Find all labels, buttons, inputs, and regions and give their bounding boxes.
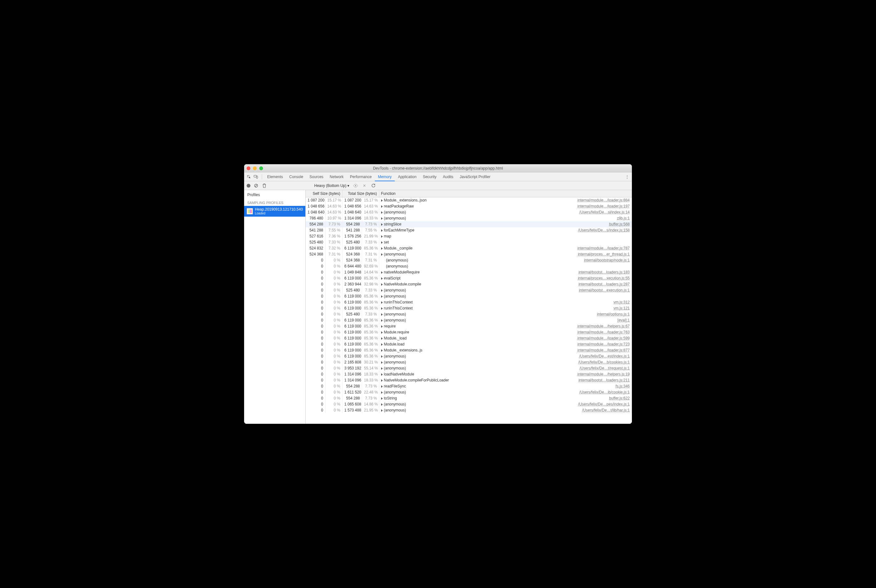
table-row[interactable]: 00 %1 065 60814.86 %(anonymous)/Users/fe…: [306, 401, 632, 407]
tab-security[interactable]: Security: [420, 172, 440, 181]
table-row[interactable]: 1 048 65614.63 %1 048 65614.63 %readPack…: [306, 203, 632, 209]
table-row[interactable]: 00 %1 049 84814.64 %nativeModuleRequirei…: [306, 269, 632, 275]
expand-icon[interactable]: [381, 241, 383, 244]
table-row[interactable]: 1 087 20015.17 %1 087 20015.17 %Module._…: [306, 197, 632, 203]
source-link[interactable]: /Users/felix/De…s/index.js:158: [578, 228, 630, 232]
table-row[interactable]: 00 %6 119 00085.36 %runInThisContextvm.j…: [306, 305, 632, 311]
source-link[interactable]: /Users/felix/De…est/index.js:1: [579, 354, 630, 358]
source-link[interactable]: /Users/felix/De…ib/cookie.js:1: [579, 390, 630, 394]
tab-console[interactable]: Console: [286, 172, 306, 181]
expand-icon[interactable]: [381, 289, 383, 292]
tab-application[interactable]: Application: [395, 172, 420, 181]
table-row[interactable]: 786 48010.97 %1 314 09618.33 %(anonymous…: [306, 215, 632, 221]
table-row[interactable]: 00 %6 119 00085.36 %Module.requireintern…: [306, 329, 632, 335]
refresh-icon[interactable]: [371, 183, 376, 188]
source-link[interactable]: internal/bootst…loaders.js:183: [579, 270, 630, 274]
expand-icon[interactable]: [381, 247, 383, 250]
table-row[interactable]: 00 %1 573 48821.95 %(anonymous)/Users/fe…: [306, 407, 632, 413]
source-link[interactable]: internal/module…/loader.js:763: [578, 330, 630, 334]
expand-icon[interactable]: [381, 235, 383, 238]
table-row[interactable]: 00 %1 314 09618.33 %NativeModule.compile…: [306, 377, 632, 383]
more-tabs-icon[interactable]: ⋮: [624, 175, 630, 179]
source-link[interactable]: [eval]:1: [617, 318, 630, 322]
expand-icon[interactable]: [381, 301, 383, 304]
table-row[interactable]: 00 %1 611 52022.48 %(anonymous)/Users/fe…: [306, 389, 632, 395]
expand-icon[interactable]: [381, 379, 383, 382]
expand-icon[interactable]: [381, 403, 383, 406]
table-row[interactable]: 527 6167.36 %1 576 25621.99 %map: [306, 233, 632, 239]
source-link[interactable]: internal/module…/loader.js:723: [578, 342, 630, 346]
tab-sources[interactable]: Sources: [306, 172, 327, 181]
table-row[interactable]: 00 %6 119 00085.36 %evalScriptinternal/p…: [306, 275, 632, 281]
profile-item[interactable]: Heap.20190913.121710.540 Loaded: [244, 206, 305, 217]
source-link[interactable]: /Users/felix/De…pes/index.js:1: [578, 402, 630, 406]
table-row[interactable]: 00 %6 119 00085.36 %Module._extensions..…: [306, 347, 632, 353]
source-link[interactable]: internal/module…/helpers.js:19: [578, 372, 630, 376]
view-mode-dropdown[interactable]: Heavy (Bottom Up) ▾: [314, 183, 349, 188]
source-link[interactable]: internal/module…/loader.js:599: [578, 336, 630, 340]
record-button[interactable]: [247, 184, 250, 188]
expand-icon[interactable]: [381, 253, 383, 256]
source-link[interactable]: internal/bootst…loaders.js:287: [579, 282, 630, 286]
col-total-size[interactable]: Total Size (bytes): [342, 190, 379, 197]
expand-icon[interactable]: [381, 307, 383, 310]
table-row[interactable]: 00 %6 119 00085.36 %(anonymous): [306, 293, 632, 299]
table-row[interactable]: 00 %2 363 94432.98 %NativeModule.compile…: [306, 281, 632, 287]
table-row[interactable]: 00 %6 119 00085.36 %Module._loadinternal…: [306, 335, 632, 341]
expand-icon[interactable]: [381, 373, 383, 376]
table-row[interactable]: 00 %1 314 09618.33 %loadNativeModuleinte…: [306, 371, 632, 377]
table-row[interactable]: 00 %6 119 00085.36 %Module.loadinternal/…: [306, 341, 632, 347]
expand-icon[interactable]: [381, 211, 383, 214]
expand-icon[interactable]: [381, 397, 383, 400]
source-link[interactable]: internal/module…/loader.js:787: [578, 246, 630, 250]
col-function[interactable]: Function: [379, 190, 632, 197]
table-row[interactable]: 1 048 64014.63 %1 048 64014.63 %(anonymo…: [306, 209, 632, 215]
expand-icon[interactable]: [381, 271, 383, 274]
source-link[interactable]: vm.js:121: [614, 306, 630, 310]
table-row[interactable]: 554 2887.73 %554 2887.73 %stringSlicebuf…: [306, 221, 632, 227]
table-row[interactable]: 00 %2 165 80830.21 %(anonymous)/Users/fe…: [306, 359, 632, 365]
table-row[interactable]: 00 %6 119 00085.36 %requireinternal/modu…: [306, 323, 632, 329]
source-link[interactable]: /Users/felix/De…sl/index.js:14: [579, 210, 630, 214]
expand-icon[interactable]: [381, 337, 383, 340]
expand-icon[interactable]: [381, 217, 383, 220]
table-row[interactable]: 00 %525 4807.33 %(anonymous)internal/boo…: [306, 287, 632, 293]
expand-icon[interactable]: [381, 295, 383, 298]
source-link[interactable]: /Users/felix/De…t/lib/har.js:1: [582, 408, 630, 412]
table-row[interactable]: 00 %6 644 48092.69 % (anonymous): [306, 263, 632, 269]
expand-icon[interactable]: [381, 283, 383, 286]
source-link[interactable]: vm.js:312: [614, 300, 630, 304]
tab-network[interactable]: Network: [327, 172, 347, 181]
source-link[interactable]: internal/proces…er_thread.js:1: [578, 252, 630, 256]
expand-icon[interactable]: [381, 409, 383, 412]
source-link[interactable]: internal/module…/loader.js:877: [578, 348, 630, 352]
col-self-size[interactable]: Self Size (bytes): [306, 190, 342, 197]
close-icon[interactable]: ✕: [362, 183, 367, 188]
source-link[interactable]: /Users/felix/De…b/cookies.js:1: [578, 360, 630, 364]
table-row[interactable]: 00 %524 3687.31 % (anonymous)internal/bo…: [306, 257, 632, 263]
clear-icon[interactable]: [254, 183, 259, 188]
expand-icon[interactable]: [381, 391, 383, 394]
expand-icon[interactable]: [381, 325, 383, 328]
expand-icon[interactable]: [381, 223, 383, 226]
tab-performance[interactable]: Performance: [347, 172, 375, 181]
toggle-device-toolbar-icon[interactable]: [253, 174, 259, 180]
inspect-element-icon[interactable]: [246, 174, 252, 180]
expand-icon[interactable]: [381, 199, 383, 202]
source-link[interactable]: internal/bootst…loaders.js:211: [579, 378, 630, 382]
expand-icon[interactable]: [381, 319, 383, 322]
source-link[interactable]: fs.js:346: [615, 384, 630, 388]
source-link[interactable]: internal/bootstrap/node.js:1: [584, 258, 630, 262]
expand-icon[interactable]: [381, 229, 383, 232]
source-link[interactable]: internal/proces…xecution.js:55: [578, 276, 630, 280]
table-row[interactable]: 00 %554 2887.73 %readFileSyncfs.js:346: [306, 383, 632, 389]
source-link[interactable]: internal/module…/loader.js:197: [578, 204, 630, 208]
tab-audits[interactable]: Audits: [440, 172, 456, 181]
tab-javascript-profiler[interactable]: JavaScript Profiler: [457, 172, 494, 181]
expand-icon[interactable]: [381, 355, 383, 358]
table-row[interactable]: 00 %3 953 19255.14 %(anonymous)/Users/fe…: [306, 365, 632, 371]
source-link[interactable]: buffer.js:622: [609, 396, 630, 400]
source-link[interactable]: internal/module…/helpers.js:67: [578, 324, 630, 328]
table-row[interactable]: 524 3687.31 %524 3687.31 %(anonymous)int…: [306, 251, 632, 257]
expand-icon[interactable]: [381, 343, 383, 346]
